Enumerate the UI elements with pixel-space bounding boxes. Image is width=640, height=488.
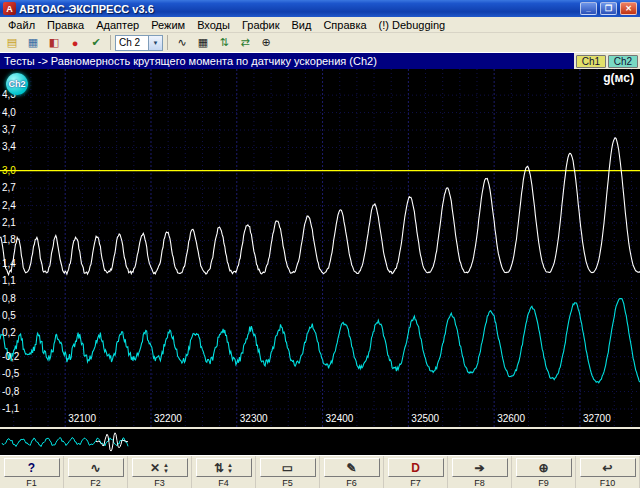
fkey-button-f8[interactable]: ➔ [452,458,508,477]
toolbar-right-group: ∿▦⇅⇄⊕ [172,34,276,51]
svg-text:32400: 32400 [326,413,354,424]
svg-text:-0,8: -0,8 [2,386,20,397]
minimize-button[interactable]: _ [580,2,597,15]
svg-text:-0,5: -0,5 [2,368,20,379]
fkey-label: F5 [282,478,293,488]
fkey-button-f6[interactable]: ✎ [324,458,380,477]
toolbar-scale-vertical-button[interactable]: ⇅ [214,34,234,51]
fkey-label: F6 [346,478,357,488]
svg-text:3,4: 3,4 [2,141,16,152]
menu-item-2[interactable]: Адаптер [90,18,145,32]
help-icon: ? [28,461,35,475]
svg-text:32200: 32200 [154,413,182,424]
signal-overview-strip[interactable] [0,427,640,455]
channel-badge[interactable]: Ch2 [6,73,28,95]
toolbar-grid-toggle-button[interactable]: ▦ [193,34,213,51]
maximize-button[interactable]: ❐ [600,2,617,15]
fkey-cell-f1: ?F1 [0,456,64,488]
window-icon: ▭ [282,461,293,475]
menu-bar: ФайлПравкаАдаптерРежимВходыГрафикВидСпра… [0,17,640,33]
menu-item-0[interactable]: Файл [2,18,41,32]
svg-text:2,4: 2,4 [2,200,16,211]
close-button[interactable]: ✕ [620,2,637,15]
fkey-label: F2 [90,478,101,488]
toolbar-separator-1 [110,35,111,50]
waveform-svg[interactable]: 4,34,03,73,43,02,72,42,11,81,41,10,80,50… [0,69,640,427]
svg-text:3,7: 3,7 [2,124,16,135]
fkey-label: F10 [600,478,616,488]
toolbar-record-button[interactable]: ● [65,34,85,51]
diagnostics-icon: D [411,461,420,475]
fkey-cell-f5: ▭F5 [256,456,320,488]
function-bar: ?F1∿F2✕▲▼F3⇅▲▼F4▭F5✎F6DF7➔F8⊕F9↩F10 [0,455,640,488]
edit-icon: ✎ [346,461,356,475]
svg-text:1,4: 1,4 [2,258,16,269]
stepper-icon[interactable]: ▲▼ [227,462,233,474]
exit-icon: ↩ [602,461,612,475]
svg-text:0,2: 0,2 [2,327,16,338]
toolbar-open-file-button[interactable]: ▤ [2,34,22,51]
fkey-button-f7[interactable]: D [388,458,444,477]
fkey-button-f4[interactable]: ⇅▲▼ [196,458,252,477]
fkey-label: F9 [538,478,549,488]
menu-item-1[interactable]: Правка [41,18,90,32]
chevron-down-icon[interactable]: ▼ [148,36,162,50]
svg-text:1,8: 1,8 [2,234,16,245]
menu-item-5[interactable]: График [236,18,286,32]
overview-svg[interactable] [0,429,640,455]
target-icon: ⊕ [538,461,548,475]
toolbar-zoom-tool-button[interactable]: ⊕ [256,34,276,51]
fkey-button-f5[interactable]: ▭ [260,458,316,477]
toolbar-left-group: ▤▦◧●✔ [2,34,106,51]
unit-label: g(мс) [603,71,634,85]
toolbar-separator-2 [167,35,168,50]
svg-text:1,1: 1,1 [2,275,16,286]
menu-item-7[interactable]: Справка [317,18,372,32]
fkey-button-f10[interactable]: ↩ [580,458,636,477]
main-toolbar: ▤▦◧●✔ Ch 2 ▼ ∿▦⇅⇄⊕ [0,33,640,53]
menu-item-6[interactable]: Вид [286,18,318,32]
channel-tab-ch2[interactable]: Ch2 [608,55,638,68]
toolbar-adapter-button[interactable]: ◧ [44,34,64,51]
menu-item-4[interactable]: Входы [191,18,236,32]
channel-tab-ch1[interactable]: Ch1 [576,55,606,68]
fkey-label: F1 [26,478,37,488]
svg-text:4,0: 4,0 [2,107,16,118]
window-title: АВТОАС-ЭКСПРЕСС v3.6 [19,3,577,15]
svg-text:2,1: 2,1 [2,217,16,228]
test-strip: Тесты -> Равномерность крутящего момента… [0,53,640,69]
title-bar[interactable]: A АВТОАС-ЭКСПРЕСС v3.6 _ ❐ ✕ [0,0,640,17]
test-title: Тесты -> Равномерность крутящего момента… [0,53,574,69]
menu-item-3[interactable]: Режим [145,18,191,32]
fkey-cell-f4: ⇅▲▼F4 [192,456,256,488]
menu-item-8[interactable]: (!) Debugging [373,18,452,32]
svg-text:-1,1: -1,1 [2,403,20,414]
fkey-label: F3 [154,478,165,488]
fkey-label: F7 [410,478,421,488]
toolbar-oscilloscope-button[interactable]: ▦ [23,34,43,51]
delete-marker-icon: ✕ [150,461,160,475]
fkey-label: F8 [474,478,485,488]
fkey-cell-f2: ∿F2 [64,456,128,488]
channel-tabs: Ch1Ch2 [574,53,640,69]
toolbar-signal-wave-button[interactable]: ∿ [172,34,192,51]
toolbar-scroll-horizontal-button[interactable]: ⇄ [235,34,255,51]
stepper-icon[interactable]: ▲▼ [163,462,169,474]
fkey-button-f1[interactable]: ? [4,458,60,477]
scale-icon: ⇅ [214,461,224,475]
channel-combo[interactable]: Ch 2 ▼ [115,35,163,51]
fkey-cell-f10: ↩F10 [576,456,640,488]
fkey-button-f2[interactable]: ∿ [68,458,124,477]
waveform-ch1 [0,138,640,275]
svg-text:32700: 32700 [583,413,611,424]
svg-text:2,7: 2,7 [2,182,16,193]
fkey-button-f9[interactable]: ⊕ [516,458,572,477]
fkey-cell-f3: ✕▲▼F3 [128,456,192,488]
fkey-button-f3[interactable]: ✕▲▼ [132,458,188,477]
fkey-cell-f7: DF7 [384,456,448,488]
fkey-cell-f8: ➔F8 [448,456,512,488]
svg-text:-0,2: -0,2 [2,351,20,362]
signal-icon: ∿ [90,461,100,475]
waveform-plot[interactable]: 4,34,03,73,43,02,72,42,11,81,41,10,80,50… [0,69,640,427]
toolbar-confirm-button[interactable]: ✔ [86,34,106,51]
